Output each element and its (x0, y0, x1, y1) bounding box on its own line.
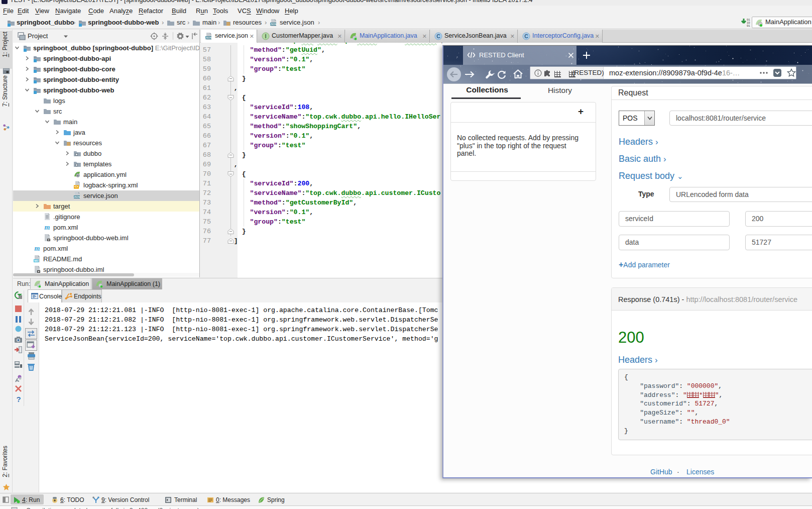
svg-text:01: 01 (747, 24, 750, 28)
svg-text:JSON: JSON (205, 37, 212, 39)
svg-text:m: m (45, 224, 50, 231)
svg-text:JSON: JSON (74, 196, 80, 198)
svg-text:C: C (524, 33, 528, 39)
svg-text:m: m (35, 245, 40, 252)
svg-text:I: I (265, 33, 266, 39)
svg-text:?: ? (16, 395, 21, 403)
svg-text:JSON: JSON (270, 23, 277, 26)
svg-text:<>: <> (74, 185, 78, 189)
svg-text:C: C (436, 33, 440, 39)
svg-text:MD: MD (34, 259, 38, 262)
